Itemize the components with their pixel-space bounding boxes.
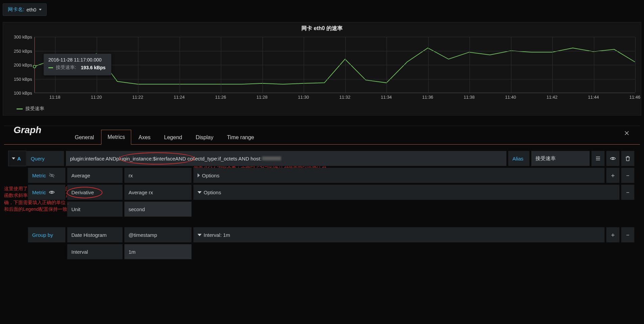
graph-panel: 网卡 eth0 的速率 2016-11-28 11:17:00.000 接受速率… [3, 22, 641, 116]
tooltip-series-name: 接受速率: [56, 65, 76, 71]
x-axis-tick: 11:36 [422, 95, 433, 100]
hamburger-icon [595, 155, 601, 161]
svg-point-3 [612, 158, 614, 159]
y-axis-tick: 250 kBps [10, 48, 32, 53]
x-axis-tick: 11:44 [588, 95, 599, 100]
caret-right-icon [198, 173, 200, 177]
template-variable-value: eth0 [26, 7, 36, 13]
unit-label: Unit [67, 201, 123, 217]
x-axis-tick: 11:32 [339, 95, 350, 100]
groupby-options-toggle[interactable]: Interval: 1m [193, 227, 605, 243]
chart-area[interactable]: 2016-11-28 11:17:00.000 接受速率: 193.6 kBps… [3, 33, 641, 104]
x-axis-tick: 11:42 [547, 95, 558, 100]
tab-legend[interactable]: Legend [158, 130, 188, 145]
tooltip-series-value: 193.6 kBps [81, 65, 106, 70]
trash-icon [625, 155, 631, 161]
tooltip-timestamp: 2016-11-28 11:17:00.000 [48, 57, 107, 63]
y-axis-tick: 300 kBps [10, 34, 32, 40]
y-axis-tick: 200 kBps [10, 63, 32, 68]
x-axis-tick: 11:20 [91, 95, 102, 100]
panel-editor: Graph GeneralMetricsAxesLegendDisplayTim… [4, 126, 640, 269]
panel-title: 网卡 eth0 的速率 [3, 22, 641, 33]
metric-options-toggle[interactable]: Options [193, 184, 620, 200]
delete-query-button[interactable] [621, 151, 635, 166]
metric-row-label: Metric [28, 184, 66, 200]
template-variable-selector[interactable]: 网卡名: eth0 [3, 3, 47, 16]
x-axis-tick: 11:18 [49, 95, 61, 100]
editor-heading: Graph [14, 125, 41, 135]
menu-button[interactable] [591, 151, 605, 166]
plot-area [34, 37, 635, 93]
remove-metric-button[interactable]: － [621, 184, 635, 200]
svg-line-5 [49, 173, 54, 178]
unit-select[interactable]: second [124, 201, 192, 217]
x-axis-tick: 11:26 [215, 95, 226, 100]
eye-icon [610, 155, 616, 161]
alias-input[interactable] [535, 156, 585, 161]
metric-row-label: Metric [28, 168, 66, 183]
alias-input-wrap [531, 151, 590, 166]
query-label: Query [26, 151, 64, 166]
add-metric-button[interactable]: ＋ [606, 168, 620, 183]
close-icon [624, 130, 630, 136]
query-input[interactable]: plugin:interface AND plugin_instance:$in… [66, 151, 507, 166]
tab-display[interactable]: Display [189, 130, 220, 145]
groupby-label: Group by [28, 227, 66, 243]
caret-down-icon [198, 191, 202, 194]
y-axis-tick: 150 kBps [10, 76, 32, 81]
svg-point-6 [51, 192, 53, 193]
alias-label: Alias [508, 151, 530, 166]
chart-legend[interactable]: 接受速率 [3, 104, 641, 115]
query-letter-toggle[interactable]: A [8, 151, 26, 166]
x-axis-tick: 11:28 [256, 95, 268, 100]
chevron-down-icon [39, 9, 42, 10]
tooltip-series-swatch [48, 67, 53, 68]
caret-down-icon [198, 234, 202, 236]
close-editor-button[interactable] [624, 130, 630, 136]
x-axis-tick: 11:34 [381, 95, 392, 100]
metric-options-toggle[interactable]: Options [193, 168, 605, 183]
tab-metrics[interactable]: Metrics [101, 130, 132, 145]
editor-tabs: GeneralMetricsAxesLegendDisplayTime rang… [68, 129, 640, 144]
x-axis-tick: 11:46 [629, 95, 641, 100]
toggle-visibility-button[interactable] [606, 151, 620, 166]
groupby-agg-select[interactable]: Date Histogram [67, 227, 123, 243]
metric-agg-select[interactable]: Derivative [67, 184, 123, 200]
metric-field-select[interactable]: rx [124, 168, 192, 183]
tab-general[interactable]: General [68, 130, 100, 145]
groupby-field-select[interactable]: @timestamp [124, 227, 192, 243]
hover-point [33, 65, 36, 68]
interval-input[interactable]: 1m [124, 244, 192, 259]
tab-time-range[interactable]: Time range [221, 130, 260, 145]
remove-groupby-button[interactable]: － [621, 227, 635, 243]
tab-axes[interactable]: Axes [132, 130, 157, 145]
metric-agg-select[interactable]: Average [67, 168, 123, 183]
legend-label: 接受速率 [25, 106, 44, 112]
chart-tooltip: 2016-11-28 11:17:00.000 接受速率: 193.6 kBps [44, 54, 111, 75]
eye-icon [49, 189, 55, 195]
metric-field-select[interactable]: Average rx [124, 184, 192, 200]
x-axis-tick: 11:40 [505, 95, 516, 100]
chevron-down-icon [12, 157, 15, 159]
x-axis-tick: 11:22 [132, 95, 143, 100]
x-axis-tick: 11:38 [464, 95, 475, 100]
query-letter: A [17, 156, 21, 161]
x-axis-tick: 11:24 [174, 95, 185, 100]
legend-swatch [17, 108, 23, 109]
x-axis-tick: 11:30 [298, 95, 309, 100]
add-groupby-button[interactable]: ＋ [606, 227, 620, 243]
y-axis-tick: 100 kBps [10, 91, 32, 96]
template-variable-label: 网卡名: [8, 6, 24, 13]
redacted-host [262, 156, 281, 160]
interval-label: Interval [67, 244, 123, 259]
eye-off-icon [49, 172, 55, 178]
remove-metric-button[interactable]: － [621, 168, 635, 183]
